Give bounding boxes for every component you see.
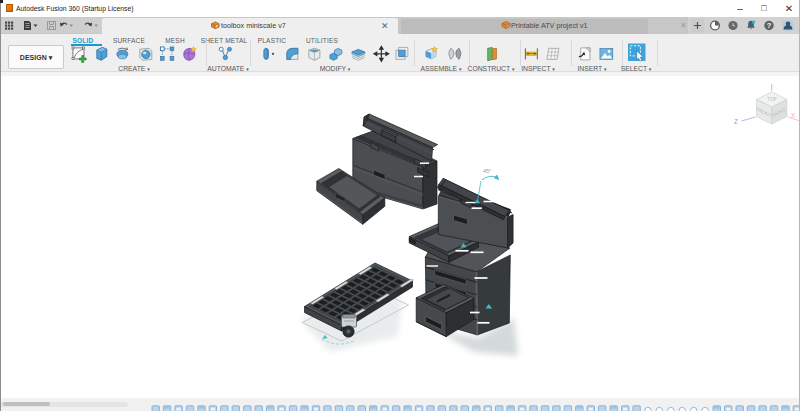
svg-text:✕: ✕ — [680, 21, 687, 30]
